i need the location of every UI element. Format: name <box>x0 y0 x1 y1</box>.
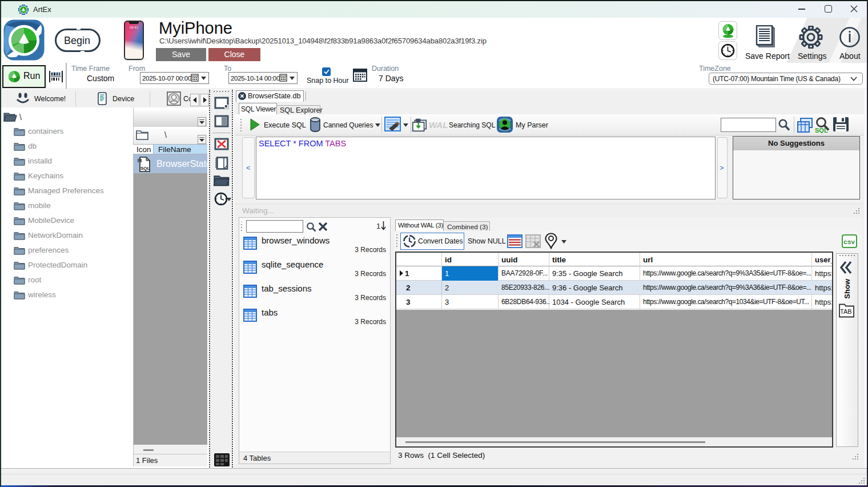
svg-text:SQL: SQL <box>815 127 828 133</box>
svg-text:SQL: SQL <box>140 166 150 171</box>
svg-text:CSV: CSV <box>843 239 855 245</box>
svg-text:TAB: TAB <box>840 308 852 315</box>
